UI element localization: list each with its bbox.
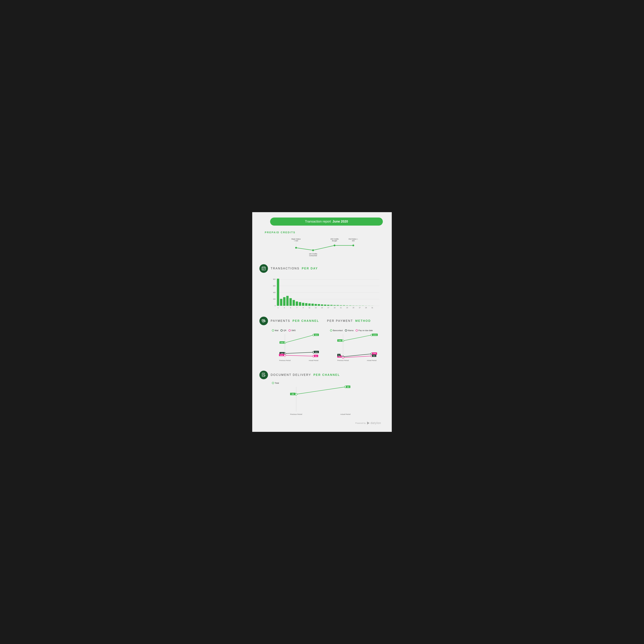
- svg-text:13: 13: [315, 307, 317, 309]
- svg-rect-38: [286, 296, 289, 306]
- method-legend: Bancontact Klarna Pay on due date: [330, 329, 385, 331]
- svg-text:10000: 10000: [373, 334, 377, 336]
- payments-header: PAYMENTS PER CHANNEL PER PAYMENT METHOD: [259, 317, 385, 325]
- datylon-brand: datylon: [370, 421, 381, 425]
- svg-text:11: 11: [309, 307, 310, 309]
- svg-text:200: 200: [273, 298, 275, 300]
- method-svg: Previous Period Actual Period 7500 10000: [330, 332, 385, 365]
- svg-text:Begin Status: Begin Status: [291, 238, 301, 240]
- channel-chart: Mail QR SMS Previous Period: [272, 328, 326, 365]
- legend-mail-label: Mail: [275, 329, 278, 331]
- svg-text:800: 800: [273, 278, 275, 280]
- svg-text:= 500: = 500: [294, 240, 298, 242]
- svg-text:Previous Period: Previous Period: [337, 360, 349, 361]
- header-title-normal: Transaction report: [305, 220, 331, 223]
- bar-chart-svg: 0 200 400 600 800: [272, 275, 381, 311]
- payment-icon: [259, 317, 268, 325]
- report-page: Transaction report June 2020 PREPAID CRE…: [252, 212, 392, 432]
- svg-rect-51: [327, 305, 330, 306]
- legend-qr: QR: [280, 329, 286, 331]
- svg-rect-22: [264, 269, 265, 269]
- calendar-svg: [261, 266, 266, 271]
- datylon-triangle-icon: [367, 422, 370, 425]
- svg-line-111: [343, 335, 372, 341]
- payments-grid: Mail QR SMS Previous Period: [272, 328, 385, 365]
- svg-rect-62: [362, 305, 364, 306]
- svg-point-112: [342, 340, 344, 342]
- document-svg: [261, 373, 266, 377]
- svg-rect-24: [264, 269, 264, 270]
- payments-method-title-bold: METHOD: [355, 319, 371, 322]
- calendar-icon: [259, 264, 268, 273]
- legend-sms-label: SMS: [291, 329, 296, 331]
- svg-rect-58: [349, 305, 352, 306]
- svg-text:9000: 9000: [315, 334, 318, 336]
- svg-point-15: [352, 245, 354, 246]
- svg-text:17: 17: [328, 307, 329, 309]
- svg-text:25: 25: [353, 307, 354, 309]
- svg-rect-20: [263, 269, 263, 269]
- svg-text:6000: 6000: [280, 342, 284, 343]
- delivery-title-light: DOCUMENT DELIVERY: [271, 373, 311, 376]
- svg-point-102: [284, 354, 286, 356]
- svg-rect-56: [343, 305, 345, 306]
- legend-total: Total: [272, 382, 279, 384]
- svg-text:400: 400: [273, 292, 275, 293]
- svg-text:1500: 1500: [373, 353, 376, 355]
- legend-pay-due-dot: [356, 329, 358, 331]
- payments-channel-title-bold: PER CHANNEL: [292, 319, 319, 322]
- transactions-section: TRANSACTIONS PER DAY 0 200 400 600 800: [259, 264, 385, 311]
- svg-rect-47: [314, 304, 317, 306]
- svg-text:Consumed: Consumed: [309, 255, 317, 257]
- transactions-title-bold: PER DAY: [302, 267, 318, 270]
- svg-text:31: 31: [371, 307, 373, 309]
- legend-qr-dot: [280, 329, 283, 331]
- svg-text:Actual Period: Actual Period: [340, 413, 351, 415]
- svg-rect-59: [352, 305, 355, 306]
- svg-text:500: 500: [347, 386, 349, 388]
- svg-rect-40: [293, 300, 295, 306]
- svg-rect-23: [263, 269, 263, 270]
- footer: Powered by datylon: [259, 421, 385, 425]
- delivery-legend: Total: [272, 382, 381, 384]
- svg-point-14: [334, 245, 335, 246]
- transactions-header: TRANSACTIONS PER DAY: [259, 264, 385, 273]
- header-title-bold: June 2020: [332, 220, 348, 223]
- svg-rect-52: [330, 305, 333, 306]
- svg-text:End Status =: End Status =: [349, 238, 358, 240]
- svg-rect-46: [311, 304, 314, 306]
- delivery-chart-container: Total Previous Period Actual Period 350 …: [272, 382, 381, 418]
- svg-text:21: 21: [340, 307, 342, 309]
- svg-rect-54: [336, 305, 339, 306]
- legend-total-label: Total: [275, 382, 279, 384]
- svg-rect-57: [346, 305, 348, 306]
- header-banner: Transaction report June 2020: [270, 218, 383, 226]
- svg-text:2000: 2000: [315, 351, 318, 353]
- legend-bancontact-label: Bancontact: [333, 329, 343, 331]
- legend-total-dot: [272, 382, 274, 384]
- document-icon: [259, 371, 268, 379]
- svg-rect-43: [302, 303, 304, 306]
- svg-rect-21: [264, 269, 264, 269]
- svg-text:15: 15: [321, 307, 323, 309]
- svg-text:7500: 7500: [338, 340, 341, 341]
- delivery-header: DOCUMENT DELIVERY PER CHANNEL: [259, 371, 385, 379]
- svg-rect-50: [324, 305, 326, 306]
- svg-text:600: 600: [273, 285, 275, 287]
- svg-rect-55: [340, 305, 342, 306]
- svg-text:9: 9: [303, 307, 304, 309]
- method-chart: Bancontact Klarna Pay on due date: [330, 328, 385, 365]
- svg-text:3: 3: [284, 307, 285, 309]
- svg-rect-42: [299, 302, 301, 306]
- svg-rect-48: [318, 304, 320, 306]
- payments-method-title-light: PER PAYMENT: [327, 319, 353, 322]
- svg-rect-53: [333, 305, 336, 306]
- legend-klarna-label: Klarna: [348, 329, 353, 331]
- svg-text:500: 500: [373, 355, 375, 357]
- svg-text:Actual Period: Actual Period: [367, 360, 377, 361]
- svg-text:350: 350: [291, 393, 294, 395]
- svg-text:Previous Period: Previous Period: [279, 360, 291, 361]
- bar-chart-container: 0 200 400 600 800: [272, 275, 381, 311]
- legend-sms: SMS: [289, 329, 296, 331]
- svg-point-141: [295, 393, 297, 395]
